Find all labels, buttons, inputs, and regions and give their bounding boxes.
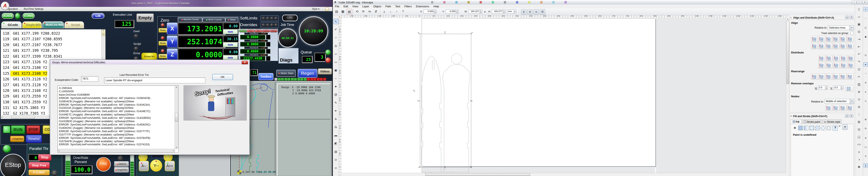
dialog-titlebar[interactable]: Ooops, We've encountered technical Diffi… bbox=[51, 60, 249, 65]
snap-bbox-corners-icon[interactable]: ◆ bbox=[863, 35, 868, 39]
snap-grids-icon[interactable]: # bbox=[863, 154, 868, 159]
x-field[interactable]: 0.000▲▼ bbox=[424, 9, 436, 13]
selection-bbox[interactable] bbox=[420, 34, 471, 168]
diags-button[interactable]: Diags bbox=[278, 48, 299, 64]
selection-handle-w[interactable]: ↔ bbox=[417, 99, 421, 102]
menu-item-extensions[interactable]: Extensions bbox=[414, 5, 431, 8]
tab-multiline-mdi[interactable]: MultiLine-MDI bbox=[42, 21, 64, 28]
z-axis-button[interactable]: Z bbox=[167, 48, 178, 61]
tab-script[interactable]: Script bbox=[64, 21, 84, 28]
axis-tab-display[interactable]: Display bbox=[270, 29, 278, 32]
inkscape-canvas[interactable]: ↔ ↕ ↔ ↔ ↔ ↔ ↕ ↔ ↔ bbox=[342, 18, 786, 173]
parallel-stop-button[interactable]: Stop bbox=[38, 154, 52, 161]
snap-nodes-icon[interactable]: ● bbox=[863, 62, 868, 67]
exchange-stacking-order[interactable] bbox=[825, 73, 832, 80]
no-paint[interactable]: ✕ bbox=[793, 126, 797, 130]
align-right-edges[interactable] bbox=[833, 36, 839, 42]
overlap-h-field[interactable]: 0.0▲▼ bbox=[818, 85, 828, 90]
tab-stroke-style[interactable]: ≕ Stroke style bbox=[823, 119, 842, 124]
unclump[interactable] bbox=[847, 73, 854, 80]
fire-button[interactable]: FIRE bbox=[96, 157, 111, 172]
zoom-selection-icon[interactable]: ⊕ bbox=[856, 90, 862, 94]
radial-gradient[interactable] bbox=[809, 126, 814, 130]
menu-item-help[interactable]: Help bbox=[431, 5, 441, 8]
pattern[interactable] bbox=[815, 126, 820, 130]
randomize-positions[interactable] bbox=[840, 73, 846, 80]
log-button[interactable]: LOG bbox=[282, 14, 298, 21]
unset-paint[interactable] bbox=[827, 126, 831, 130]
tweak-tool[interactable]: ∽ bbox=[333, 35, 338, 40]
linear-gradient[interactable] bbox=[804, 126, 808, 130]
axis-tab-togo[interactable]: ToGo bbox=[254, 29, 262, 32]
treat-group-checkbox[interactable] bbox=[850, 32, 854, 35]
cons-button[interactable]: CONS bbox=[23, 13, 35, 19]
measure-tool[interactable]: ▱ bbox=[333, 51, 338, 57]
rotate-ccw-icon[interactable]: ⟲ bbox=[354, 9, 360, 14]
text-anchor-vertical[interactable] bbox=[847, 43, 854, 49]
clone-icon[interactable]: ⊠ bbox=[856, 119, 862, 125]
align-top-edges[interactable] bbox=[818, 43, 825, 49]
paste-icon[interactable]: ▥ bbox=[856, 82, 862, 87]
text-tool[interactable]: A bbox=[333, 116, 338, 121]
pencil-tool[interactable]: ✎ bbox=[333, 100, 338, 105]
remove-overlaps-button[interactable] bbox=[845, 85, 854, 92]
selection-handle-n[interactable]: ↕ bbox=[444, 31, 446, 34]
gcode-line[interactable]: 121G01 X177.199 Y238.795 bbox=[1, 48, 105, 54]
distribute-top-edges[interactable] bbox=[818, 62, 825, 68]
flip-horizontal-icon[interactable]: ⇋ bbox=[367, 9, 372, 14]
snap-page-border-icon[interactable]: ▭ bbox=[863, 145, 868, 149]
distribute-right-edges[interactable] bbox=[833, 55, 840, 61]
flip-vertical-icon[interactable]: ⇵ bbox=[373, 9, 378, 14]
snap-guides-icon[interactable]: ∥ bbox=[863, 163, 868, 168]
menu-item-layer[interactable]: Layer bbox=[360, 5, 371, 8]
canvas-hscrollbar[interactable] bbox=[342, 173, 786, 176]
jog-a-plus-button[interactable]: A++ bbox=[165, 161, 175, 171]
relative-to-dropdown[interactable]: Selection Area bbox=[828, 26, 850, 30]
overlap-v-field[interactable]: 0.0▲▼ bbox=[834, 85, 843, 90]
clipboard-icon[interactable] bbox=[325, 7, 329, 11]
axis-tab-freeaxis[interactable]: FreeAxis bbox=[239, 29, 247, 32]
axis-tab-polar[interactable]: Polar bbox=[247, 29, 254, 32]
export-icon[interactable]: ⇤ bbox=[856, 44, 862, 49]
dialog-close-button[interactable]: X bbox=[242, 61, 248, 64]
menu-item-path[interactable]: Path bbox=[383, 5, 393, 8]
tab-stroke-paint[interactable]: Stroke paint bbox=[802, 119, 822, 124]
distribute-gaps-horizontal[interactable] bbox=[840, 55, 847, 61]
ruler-lock-icon[interactable]: 🔒︎ bbox=[339, 15, 340, 17]
x-home-button[interactable]: Home bbox=[158, 28, 167, 33]
y-home-button[interactable]: Home bbox=[158, 41, 167, 45]
affect-corners-toggle[interactable]: ⧇ bbox=[527, 9, 533, 14]
save-icon[interactable]: ▣ bbox=[856, 22, 862, 27]
exasperation-field[interactable]: 7871 bbox=[81, 76, 98, 82]
distribute-centers-vertical[interactable] bbox=[826, 62, 832, 68]
fill-stroke-collapse-button[interactable]: ◂ bbox=[845, 114, 849, 117]
snap-bbox-edges-icon[interactable]: ◻ bbox=[863, 26, 868, 30]
gcode-line[interactable]: 122G01 X177.1599 Y238.8341 bbox=[1, 54, 105, 59]
open-file-icon[interactable]: ▱ bbox=[856, 14, 862, 19]
last-error-field[interactable]: Laser Spindle RT dis-engaged bbox=[104, 77, 205, 83]
distribute-nodes-vertical[interactable] bbox=[847, 105, 854, 111]
bucket-tool[interactable]: ◩ bbox=[333, 141, 338, 146]
y-field[interactable]: -0.000▲▼ bbox=[446, 9, 459, 13]
align-nodes-vertical[interactable] bbox=[833, 105, 839, 111]
box3d-tool[interactable]: ▣ bbox=[333, 68, 338, 73]
f-cont-button[interactable]: F-CONT bbox=[28, 170, 50, 175]
horizontal-ruler[interactable]: -250-200-150-100-50050100150200250300350… bbox=[342, 15, 786, 18]
spiral-tool[interactable]: @ bbox=[333, 92, 338, 97]
graph-layout[interactable] bbox=[811, 73, 818, 80]
lock-ratio-icon[interactable]: 🔓︎ bbox=[483, 9, 488, 14]
snap-enable-icon[interactable]: ⊹ bbox=[863, 7, 868, 11]
swatch[interactable] bbox=[821, 126, 825, 130]
motor-stats-button[interactable]: Motor Stats bbox=[276, 70, 296, 77]
y-axis-button[interactable]: Y bbox=[167, 35, 178, 47]
nodes-relative-dropdown[interactable]: Middle of selection bbox=[825, 99, 850, 104]
canvas-vscrollbar[interactable]: ▲ bbox=[786, 18, 789, 176]
unknown-paint[interactable]: ? bbox=[833, 125, 838, 131]
menu-item-text[interactable]: Text bbox=[393, 5, 402, 8]
snap-bbox-midpoints-icon[interactable]: ∙ bbox=[863, 44, 868, 48]
snap-object-centers-icon[interactable]: ⊕ bbox=[863, 117, 868, 122]
align-bottom-to-anchor-top[interactable] bbox=[811, 43, 818, 49]
snap-paths-icon[interactable]: ~ bbox=[863, 71, 868, 76]
w-field[interactable]: 184.327▲▼ bbox=[468, 9, 482, 13]
h-field[interactable]: 426.077▲▼ bbox=[492, 9, 505, 13]
